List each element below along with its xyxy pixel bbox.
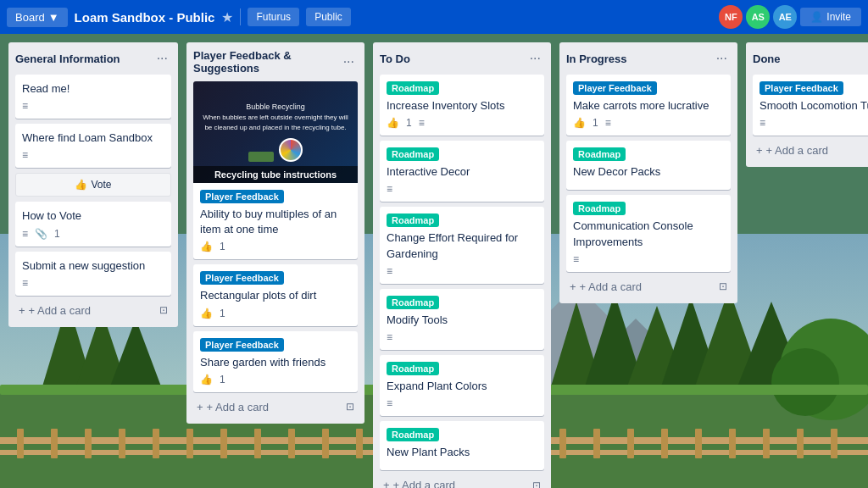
invite-button[interactable]: 👤 Invite (800, 8, 861, 26)
column-header-progress: In Progress ··· (566, 49, 731, 68)
card-meta-bubble: 👍 1 (200, 241, 351, 252)
desc-icon-tools: ≡ (387, 331, 392, 343)
card-image-bubble: Bubble RecyclingWhen bubbles are left ou… (193, 81, 358, 183)
avatar-ae[interactable]: AE (773, 5, 797, 29)
card-meta-submit: ≡ (22, 277, 164, 289)
like-count-carrots: 1 (593, 117, 598, 129)
badge-roadmap-4: Roadmap (387, 296, 439, 309)
bubble-visual (248, 138, 303, 162)
card-title-change-effort: Change Effort Required for Gardening (387, 230, 537, 261)
archive-icon-3: ⊡ (532, 480, 541, 488)
card-title-inventory: Increase Inventory Slots (387, 98, 537, 114)
badge-player-feedback-1: Player Feedback (200, 190, 284, 203)
like-count-inv: 1 (406, 117, 412, 129)
card-submit-suggestion[interactable]: Submit a new suggestion ≡ (15, 252, 171, 296)
column-menu-player[interactable]: ··· (340, 53, 358, 71)
card-meta-how-vote: ≡ 📎 1 (22, 228, 164, 240)
desc-icon-decor: ≡ (387, 183, 392, 195)
card-title-interactive-decor: Interactive Decor (387, 164, 537, 180)
badge-roadmap-6: Roadmap (387, 428, 439, 441)
badge-player-smooth: Player Feedback (760, 81, 843, 95)
card-meta-where-find: ≡ (22, 149, 164, 161)
divider (240, 8, 241, 25)
desc-icon-comm: ≡ (573, 253, 579, 265)
desc-icon: ≡ (22, 100, 28, 112)
card-modify-tools[interactable]: Roadmap Modify Tools ≡ (380, 289, 544, 350)
archive-icon-4: ⊡ (719, 280, 727, 292)
card-meta-inventory: 👍 1 ≡ (387, 117, 537, 129)
add-card-general[interactable]: + + Add a card ⊡ (15, 301, 171, 320)
avatar-as[interactable]: AS (746, 5, 770, 29)
column-title-done: Done (753, 53, 781, 65)
futurus-button[interactable]: Futurus (248, 8, 299, 26)
like-icon-2: 👍 (200, 308, 213, 319)
card-interactive-decor[interactable]: Roadmap Interactive Decor ≡ (380, 141, 544, 202)
card-smooth-loco[interactable]: Player Feedback Smooth Locomotion Turnin… (753, 75, 868, 136)
column-done: Done ··· Player Feedback Smooth Locomoti… (746, 42, 868, 167)
column-general: General Information ··· Read me! ≡ Where… (8, 42, 178, 327)
desc-icon-3: ≡ (22, 228, 28, 240)
star-button[interactable]: ★ (221, 9, 233, 25)
column-header-general: General Information ··· (15, 49, 171, 68)
card-title-modify-tools: Modify Tools (387, 313, 537, 328)
bubble-sphere (279, 138, 303, 162)
card-rectangular-plots[interactable]: Player Feedback Rectangular plots of dir… (193, 264, 358, 325)
add-card-player[interactable]: + + Add a card ⊡ (193, 397, 358, 417)
card-expand-plant[interactable]: Roadmap Expand Plant Colors ≡ (380, 355, 544, 416)
add-card-done[interactable]: + + Add a card ⊡ (753, 141, 868, 160)
chevron-icon: ▼ (48, 11, 59, 24)
like-icon-3: 👍 (200, 374, 213, 385)
card-meta-read-me: ≡ (22, 100, 164, 112)
desc-icon-smooth: ≡ (760, 117, 765, 129)
desc-icon-carrots: ≡ (605, 117, 611, 129)
like-count-2: 1 (220, 308, 225, 319)
vote-button[interactable]: 👍 Vote (15, 173, 171, 197)
avatar-nf[interactable]: NF (719, 5, 743, 29)
card-share-garden[interactable]: Player Feedback Share garden with friend… (193, 331, 358, 392)
desc-icon-inv: ≡ (419, 117, 425, 129)
bubble-text: Bubble RecyclingWhen bubbles are left ou… (200, 103, 351, 132)
card-how-vote[interactable]: How to Vote ≡ 📎 1 (15, 202, 171, 246)
plus-person-icon: 👤 (810, 11, 823, 23)
board-switcher[interactable]: Board ▼ (7, 8, 68, 27)
card-meta-make-carrots: 👍 1 ≡ (573, 117, 724, 129)
badge-roadmap-2: Roadmap (387, 147, 439, 161)
column-in-progress: In Progress ··· Player Feedback Make car… (559, 42, 737, 303)
add-icon: + (19, 304, 25, 317)
desc-icon-2: ≡ (22, 149, 28, 161)
column-player-feedback: Player Feedback & Suggestions ··· Bubble… (186, 42, 364, 424)
card-inventory[interactable]: Roadmap Increase Inventory Slots 👍 1 ≡ (380, 75, 544, 136)
column-header-todo: To Do ··· (380, 49, 544, 68)
card-new-decor-packs[interactable]: Roadmap New Decor Packs (566, 141, 731, 190)
archive-icon: ⊡ (159, 304, 168, 316)
like-icon-1: 👍 (200, 241, 213, 252)
add-card-progress[interactable]: + + Add a card ⊡ (566, 277, 731, 297)
card-where-find[interactable]: Where find Loam Sandbox ≡ (15, 124, 171, 168)
desc-icon-4: ≡ (22, 277, 28, 289)
column-menu-todo[interactable]: ··· (526, 49, 544, 68)
badge-roadmap-3: Roadmap (387, 214, 439, 227)
attach-icon: 📎 (35, 228, 47, 240)
card-read-me[interactable]: Read me! ≡ (15, 75, 171, 119)
add-card-todo[interactable]: + + Add a card ⊡ (380, 475, 544, 488)
card-comm-console[interactable]: Roadmap Communication Console Improvemen… (566, 195, 731, 271)
column-header-player: Player Feedback & Suggestions ··· (193, 49, 358, 75)
attach-count: 1 (54, 228, 60, 240)
like-icon-carrots: 👍 (573, 117, 586, 129)
card-meta-smooth-loco: ≡ (760, 117, 868, 129)
archive-icon-2: ⊡ (346, 401, 354, 413)
column-title-todo: To Do (380, 53, 410, 65)
card-new-plant-packs[interactable]: Roadmap New Plant Packs (380, 421, 544, 470)
card-title-smooth-loco: Smooth Locomotion Turning (760, 98, 868, 114)
public-button[interactable]: Public (306, 8, 351, 26)
column-title-progress: In Progress (566, 53, 627, 65)
card-bubble-recycling[interactable]: Bubble RecyclingWhen bubbles are left ou… (193, 81, 358, 259)
card-make-carrots[interactable]: Player Feedback Make carrots more lucrat… (566, 75, 731, 136)
card-title-new-decor: New Decor Packs (573, 164, 724, 180)
column-menu-general[interactable]: ··· (153, 49, 171, 68)
add-icon-5: + (756, 144, 763, 157)
bubble-scene: Bubble RecyclingWhen bubbles are left ou… (193, 96, 358, 168)
card-change-effort[interactable]: Roadmap Change Effort Required for Garde… (380, 207, 544, 283)
column-menu-progress[interactable]: ··· (713, 49, 731, 68)
desc-icon-effort: ≡ (387, 265, 392, 277)
